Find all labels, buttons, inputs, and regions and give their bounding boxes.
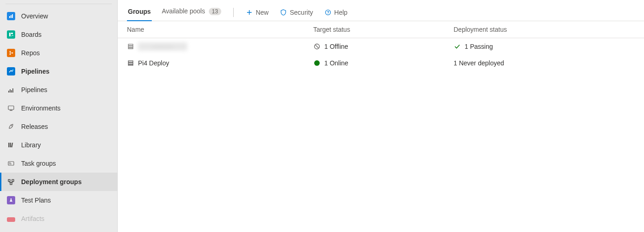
- available-pools-badge: 13: [209, 8, 221, 15]
- tab-available-pools[interactable]: Available pools 13: [161, 4, 222, 21]
- server-icon: [127, 59, 134, 67]
- svg-rect-1: [11, 15, 12, 18]
- sidebar-item-pipelines[interactable]: Pipelines: [0, 62, 117, 81]
- sidebar-divider: [6, 4, 112, 4]
- action-label: Help: [334, 9, 348, 16]
- svg-point-7: [12, 52, 13, 54]
- server-icon: [127, 43, 134, 50]
- target-status: 1 Online: [324, 59, 348, 67]
- sidebar-item-label: Overview: [21, 12, 48, 20]
- sidebar-item-overview[interactable]: Overview: [0, 7, 117, 25]
- sidebar-item-sub-pipelines[interactable]: Pipelines: [0, 81, 117, 99]
- col-target-header[interactable]: Target status: [313, 26, 454, 33]
- task-groups-icon: [6, 159, 16, 168]
- svg-rect-22: [8, 180, 10, 181]
- sub-pipelines-icon: [6, 85, 16, 94]
- sidebar-item-test-plans[interactable]: Test Plans: [0, 191, 117, 209]
- releases-icon: [6, 122, 16, 131]
- svg-rect-23: [12, 180, 14, 181]
- action-label: New: [256, 9, 269, 16]
- svg-rect-20: [9, 162, 11, 163]
- artifacts-icon: [6, 214, 16, 223]
- sidebar-item-label: Test Plans: [21, 197, 51, 204]
- deployment-groups-icon: [6, 177, 16, 186]
- sidebar-item-label: Artifacts: [21, 215, 45, 222]
- svg-point-8: [12, 70, 14, 71]
- sidebar-item-task-groups[interactable]: Task groups: [0, 154, 117, 173]
- table-header: Name Target status Deployment status: [118, 21, 644, 38]
- environments-icon: [6, 104, 16, 113]
- sidebar-item-label: Task groups: [21, 160, 56, 167]
- new-button[interactable]: New: [245, 6, 270, 19]
- svg-rect-17: [10, 143, 12, 147]
- svg-rect-29: [128, 48, 133, 49]
- sidebar-item-label: Library: [21, 141, 41, 149]
- action-label: Security: [290, 9, 313, 16]
- svg-point-26: [328, 13, 328, 14]
- svg-rect-16: [8, 143, 10, 147]
- svg-rect-11: [11, 90, 12, 93]
- svg-rect-33: [128, 64, 133, 65]
- security-button[interactable]: Security: [279, 6, 314, 19]
- svg-rect-27: [128, 44, 133, 46]
- boards-icon: [6, 30, 16, 39]
- row-name-blurred: ············: [138, 42, 187, 51]
- svg-rect-21: [9, 164, 12, 164]
- svg-rect-2: [12, 14, 13, 18]
- sidebar-item-label: Repos: [21, 49, 40, 57]
- main-content: Groups Available pools 13 New Security H…: [118, 0, 644, 232]
- sidebar-item-environments[interactable]: Environments: [0, 99, 117, 117]
- svg-rect-32: [128, 63, 133, 64]
- svg-rect-28: [128, 46, 133, 47]
- sidebar-item-library[interactable]: Library: [0, 136, 117, 154]
- svg-rect-12: [12, 88, 13, 93]
- online-icon: [313, 59, 321, 67]
- pipelines-icon: [6, 67, 16, 76]
- tab-label: Groups: [128, 8, 151, 15]
- library-icon: [6, 140, 16, 150]
- sidebar-item-label: Boards: [21, 31, 41, 38]
- sidebar-item-label: Environments: [21, 104, 61, 112]
- overview-icon: [6, 12, 16, 21]
- sidebar-item-label: Deployment groups: [21, 178, 81, 186]
- sidebar-item-label: Pipelines: [21, 68, 49, 75]
- repos-icon: [6, 48, 16, 58]
- sidebar-item-label: Pipelines: [21, 86, 47, 93]
- tab-divider: [233, 8, 234, 17]
- sidebar-item-artifacts[interactable]: Artifacts: [0, 209, 117, 228]
- help-button[interactable]: Help: [323, 6, 349, 19]
- svg-rect-3: [9, 33, 11, 36]
- svg-rect-14: [10, 110, 12, 111]
- shield-icon: [280, 9, 287, 16]
- svg-point-15: [11, 125, 12, 126]
- test-plans-icon: [6, 196, 16, 205]
- sidebar-item-deployment-groups[interactable]: Deployment groups: [0, 173, 117, 191]
- table-row[interactable]: Pi4 Deploy 1 Online 1 Never deployed: [118, 55, 644, 71]
- sidebar-item-boards[interactable]: Boards: [0, 25, 117, 44]
- sidebar-item-repos[interactable]: Repos: [0, 44, 117, 62]
- offline-icon: [313, 43, 321, 50]
- sidebar-item-releases[interactable]: Releases: [0, 117, 117, 136]
- table-row[interactable]: ············ 1 Offline 1 Passing: [118, 38, 644, 55]
- tab-groups[interactable]: Groups: [127, 4, 152, 21]
- target-status: 1 Offline: [324, 43, 348, 50]
- svg-rect-18: [11, 143, 13, 147]
- svg-rect-10: [10, 89, 11, 93]
- tabs-row: Groups Available pools 13 New Security H…: [118, 0, 644, 21]
- tab-label: Available pools: [162, 7, 205, 15]
- svg-rect-13: [8, 106, 14, 110]
- svg-rect-31: [128, 61, 133, 62]
- help-icon: [324, 9, 332, 16]
- plus-icon: [246, 9, 253, 16]
- row-name: Pi4 Deploy: [138, 59, 169, 67]
- svg-point-5: [10, 51, 11, 52]
- sidebar-item-label: Releases: [21, 123, 48, 130]
- col-deploy-header[interactable]: Deployment status: [454, 26, 635, 33]
- check-icon: [454, 43, 461, 50]
- svg-point-6: [10, 54, 11, 55]
- sidebar: Overview Boards Repos Pipelines Pipeline…: [0, 0, 118, 232]
- svg-rect-0: [9, 16, 10, 18]
- svg-rect-24: [10, 183, 12, 185]
- col-name-header[interactable]: Name: [127, 26, 313, 33]
- deploy-status: 1 Never deployed: [454, 59, 504, 67]
